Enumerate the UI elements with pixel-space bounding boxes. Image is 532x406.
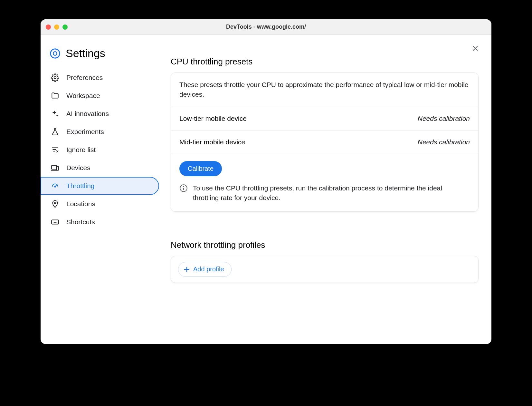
calibrate-button[interactable]: Calibrate <box>179 161 222 176</box>
cpu-preset-name: Mid-tier mobile device <box>179 138 245 146</box>
svg-point-12 <box>54 202 56 204</box>
maximize-window-button[interactable] <box>62 24 68 30</box>
traffic-lights <box>46 24 68 30</box>
settings-header: Settings <box>41 44 163 69</box>
settings-main: CPU throttling presets These presets thr… <box>163 35 491 344</box>
page-title: Settings <box>66 47 105 60</box>
cpu-presets-card: These presets throttle your CPU to appro… <box>171 72 479 212</box>
sidebar-item-ignore-list[interactable]: Ignore list <box>41 141 159 159</box>
sidebar-item-ai-innovations[interactable]: AI innovations <box>41 105 159 123</box>
cpu-presets-description: These presets throttle your CPU to appro… <box>171 73 478 107</box>
svg-point-23 <box>183 186 184 187</box>
cpu-preset-name: Low-tier mobile device <box>179 115 247 122</box>
calibration-info: To use the CPU throttling presets, run t… <box>179 183 470 203</box>
plus-icon <box>183 266 191 273</box>
svg-point-1 <box>53 52 57 55</box>
minimize-window-button[interactable] <box>54 24 59 30</box>
svg-rect-8 <box>52 165 56 169</box>
cpu-preset-row: Low-tier mobile device Needs calibration <box>171 107 478 130</box>
cpu-preset-status: Needs calibration <box>418 138 470 146</box>
filter-x-icon <box>51 146 59 154</box>
sidebar-item-throttling[interactable]: Throttling <box>41 177 159 195</box>
sidebar-item-locations[interactable]: Locations <box>41 195 159 213</box>
settings-sidebar: Settings Preferences Workspace AI innova… <box>41 35 163 344</box>
devtools-logo-icon <box>50 48 61 59</box>
sidebar-item-label: Ignore list <box>66 146 96 154</box>
add-profile-label: Add profile <box>193 266 224 273</box>
network-profiles-heading: Network throttling profiles <box>171 240 479 250</box>
sidebar-item-workspace[interactable]: Workspace <box>41 87 159 105</box>
sidebar-item-label: Workspace <box>66 92 100 100</box>
sidebar-item-label: Locations <box>66 200 95 208</box>
svg-rect-10 <box>56 167 59 170</box>
window-title: DevTools - www.google.com/ <box>41 24 491 30</box>
sidebar-item-experiments[interactable]: Experiments <box>41 123 159 141</box>
gauge-icon <box>51 182 59 190</box>
devtools-window: DevTools - www.google.com/ Settings <box>41 19 491 344</box>
flask-icon <box>51 128 59 136</box>
calibration-info-text: To use the CPU throttling presets, run t… <box>193 183 470 203</box>
sidebar-item-label: AI innovations <box>66 110 109 118</box>
sidebar-item-devices[interactable]: Devices <box>41 159 159 177</box>
titlebar: DevTools - www.google.com/ <box>41 19 491 35</box>
cpu-preset-status: Needs calibration <box>418 115 470 122</box>
cpu-preset-row: Mid-tier mobile device Needs calibration <box>171 130 478 154</box>
pin-icon <box>51 200 59 208</box>
sidebar-item-label: Preferences <box>66 74 103 82</box>
folder-icon <box>51 92 59 100</box>
sparkle-icon <box>51 110 59 118</box>
devices-icon <box>51 164 59 172</box>
network-profiles-card: Add profile <box>171 256 479 283</box>
sidebar-item-label: Shortcuts <box>66 218 95 226</box>
close-window-button[interactable] <box>46 24 51 30</box>
svg-rect-13 <box>52 220 59 224</box>
sidebar-item-preferences[interactable]: Preferences <box>41 69 159 87</box>
sidebar-item-shortcuts[interactable]: Shortcuts <box>41 213 159 231</box>
info-icon <box>179 184 188 192</box>
sidebar-item-label: Throttling <box>66 182 95 190</box>
svg-point-11 <box>54 186 55 187</box>
svg-point-2 <box>54 77 56 79</box>
cpu-presets-heading: CPU throttling presets <box>171 57 479 67</box>
sidebar-item-label: Devices <box>66 164 90 172</box>
cpu-card-actions: Calibrate To use the CPU throttling pres… <box>171 154 478 211</box>
add-profile-button[interactable]: Add profile <box>178 262 232 277</box>
gear-icon <box>51 73 59 82</box>
close-settings-button[interactable] <box>471 44 480 53</box>
sidebar-item-label: Experiments <box>66 128 104 136</box>
keyboard-icon <box>51 218 59 226</box>
